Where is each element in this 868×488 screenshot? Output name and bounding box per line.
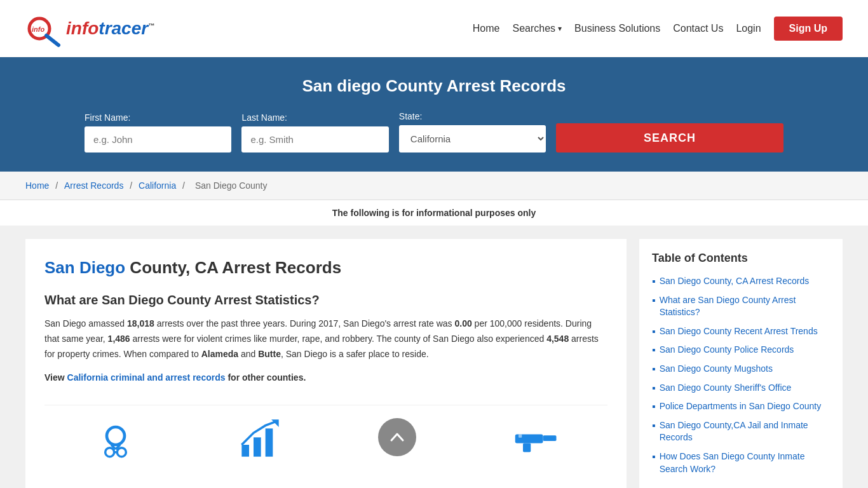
trend-icon [236, 418, 280, 463]
svg-point-5 [117, 448, 126, 457]
site-header: info infotracer™ Home Searches ▾ Busines… [0, 0, 868, 57]
toc-link-1[interactable]: San Diego County, CA Arrest Records [660, 275, 810, 288]
nav-searches[interactable]: Searches ▾ [512, 23, 562, 34]
toc-link-8[interactable]: San Diego County,CA Jail and Inmate Reco… [660, 419, 830, 444]
last-name-group: Last Name: [241, 112, 388, 152]
page-title-rest: County, CA Arrest Records [125, 258, 341, 277]
list-item: San Diego County Recent Arrest Trends [652, 325, 830, 338]
list-item: What are San Diego County Arrest Statist… [652, 294, 830, 319]
toc-link-5[interactable]: San Diego County Mugshots [660, 363, 773, 376]
search-form: First Name: Last Name: State: California… [85, 111, 783, 152]
login-button[interactable]: Login [736, 23, 761, 34]
toc-link-3[interactable]: San Diego County Recent Arrest Trends [660, 325, 818, 338]
state-group: State: California Alabama Alaska Arizona… [399, 111, 546, 152]
breadcrumb-california[interactable]: California [139, 180, 176, 191]
svg-point-4 [105, 448, 114, 457]
last-name-label: Last Name: [241, 112, 388, 123]
page-title: San Diego County, CA Arrest Records [44, 258, 607, 278]
breadcrumb-home[interactable]: Home [25, 180, 49, 191]
list-item: San Diego County Mugshots [652, 363, 830, 376]
icons-row [44, 405, 607, 463]
view-records-line: View California criminal and arrest reco… [44, 370, 607, 386]
first-name-input[interactable] [85, 126, 231, 152]
state-select[interactable]: California Alabama Alaska Arizona Arkans… [399, 125, 546, 152]
first-name-label: First Name: [85, 112, 231, 123]
gun-icon-item [514, 418, 559, 463]
content-area: San Diego County, CA Arrest Records What… [25, 239, 627, 488]
state-label: State: [399, 111, 546, 121]
arrest-icon-item [93, 418, 138, 463]
disclaimer-text: The following is for informational purpo… [332, 208, 536, 218]
first-name-group: First Name: [85, 112, 231, 152]
stats-paragraph: San Diego amassed 18,018 arrests over th… [44, 316, 607, 362]
hero-title: San diego County Arrest Records [25, 76, 843, 96]
breadcrumb: Home / Arrest Records / California / San… [0, 172, 868, 200]
svg-line-1 [46, 36, 58, 45]
nav-business-solutions[interactable]: Business Solutions [574, 23, 660, 34]
trend-icon-item [236, 418, 280, 463]
toc-list: San Diego County, CA Arrest Records What… [652, 275, 830, 475]
list-item: San Diego County Police Records [652, 344, 830, 356]
svg-rect-15 [523, 444, 531, 452]
list-item: San Diego County Sheriff's Office [652, 382, 830, 395]
logo[interactable]: info infotracer™ [25, 10, 154, 48]
svg-rect-11 [266, 429, 273, 457]
search-button[interactable]: SEARCH [556, 123, 783, 152]
svg-rect-16 [519, 435, 522, 438]
svg-rect-9 [241, 445, 249, 457]
list-item: Police Departments in San Diego County [652, 400, 830, 413]
toc-link-6[interactable]: San Diego County Sheriff's Office [660, 382, 792, 395]
sidebar: Table of Contents San Diego County, CA A… [639, 239, 843, 488]
nav-contact-us[interactable]: Contact Us [673, 23, 723, 34]
main-nav: Home Searches ▾ Business Solutions Conta… [473, 17, 843, 41]
scroll-up-icon [378, 418, 416, 456]
list-item: San Diego County, CA Arrest Records [652, 275, 830, 288]
list-item: San Diego County,CA Jail and Inmate Reco… [652, 419, 830, 444]
list-item: How Does San Diego County Inmate Search … [652, 451, 830, 475]
signup-button[interactable]: Sign Up [774, 17, 843, 41]
breadcrumb-separator-2: / [130, 180, 135, 191]
hero-section: San diego County Arrest Records First Na… [0, 57, 868, 172]
breadcrumb-arrest-records[interactable]: Arrest Records [64, 180, 123, 191]
svg-point-3 [107, 427, 125, 445]
toc-link-4[interactable]: San Diego County Police Records [660, 344, 794, 356]
stats-heading: What are San Diego County Arrest Statist… [44, 293, 607, 308]
chevron-down-icon: ▾ [558, 24, 562, 33]
gun-icon [514, 418, 559, 463]
toc-heading: Table of Contents [652, 252, 830, 265]
california-records-link[interactable]: California criminal and arrest records [67, 372, 226, 383]
svg-rect-14 [543, 435, 557, 441]
breadcrumb-san-diego-county: San Diego County [195, 180, 268, 191]
page-title-blue: San Diego [44, 258, 125, 277]
toc-link-9[interactable]: How Does San Diego County Inmate Search … [660, 451, 830, 475]
last-name-input[interactable] [241, 126, 388, 152]
scroll-icon-item [378, 418, 416, 463]
toc-link-7[interactable]: Police Departments in San Diego County [660, 400, 821, 413]
arrest-icon [93, 418, 138, 463]
disclaimer-bar: The following is for informational purpo… [0, 200, 868, 226]
svg-text:info: info [32, 25, 44, 33]
svg-rect-10 [254, 438, 261, 457]
toc-link-2[interactable]: What are San Diego County Arrest Statist… [660, 294, 830, 319]
breadcrumb-separator-3: / [182, 180, 187, 191]
main-wrapper: San Diego County, CA Arrest Records What… [0, 226, 868, 488]
nav-home[interactable]: Home [473, 23, 500, 34]
breadcrumb-separator-1: / [55, 180, 60, 191]
